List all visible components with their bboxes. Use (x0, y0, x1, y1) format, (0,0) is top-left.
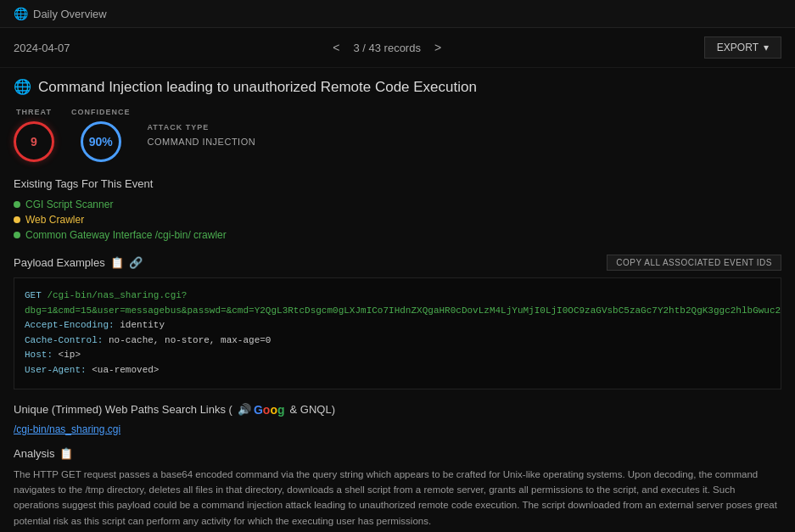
pagination: < 3 / 43 records > (328, 39, 446, 56)
code-block: GET /cgi-bin/nas_sharing.cgi?dbg=1&cmd=1… (14, 277, 781, 389)
tag-dot-yellow (14, 216, 20, 223)
tags-list: CGI Script Scanner Web Crawler Common Ga… (14, 199, 781, 241)
tag-dot-green (14, 201, 20, 208)
nav-title: Daily Overview (33, 8, 107, 20)
tag-dot-green-2 (14, 232, 20, 238)
export-button[interactable]: EXPORT ▾ (704, 36, 781, 59)
copy-all-ids-button[interactable]: COPY ALL ASSOCIATED EVENT IDS (607, 255, 781, 271)
share-icon: 🔗 (129, 256, 143, 269)
analysis-section: Analysis 📋 The HTTP GET request passes a… (14, 447, 781, 529)
threat-metric: THREAT 9 (14, 108, 54, 162)
code-line-4: Host: <ip> (25, 348, 770, 363)
attack-type-value: COMMAND INJECTION (148, 137, 256, 147)
header-bar: 2024-04-07 < 3 / 43 records > EXPORT ▾ (0, 28, 795, 68)
threat-circle: 9 (14, 121, 54, 162)
analysis-copy-icon: 📋 (59, 447, 73, 460)
current-page: 3 / 43 records (353, 42, 421, 54)
shodan-icon: 🔊 (238, 403, 251, 416)
top-nav: 🌐 Daily Overview (0, 0, 795, 28)
code-line-5: User-Agent: <ua-removed> (25, 363, 770, 378)
event-globe-icon: 🌐 (14, 78, 31, 96)
payload-header: Payload Examples 📋 🔗 COPY ALL ASSOCIATED… (14, 255, 781, 271)
search-icons: 🔊 Goog (238, 403, 285, 417)
confidence-circle: 90% (81, 121, 121, 162)
copy-icon: 📋 (110, 256, 124, 269)
event-title: 🌐 Command Injection leading to unauthori… (14, 78, 781, 96)
tags-section-title: Existing Tags For This Event (14, 177, 781, 190)
prev-page-button[interactable]: < (328, 39, 344, 56)
code-line-3: Cache-Control: no-cache, no-store, max-a… (25, 333, 770, 349)
payload-title: Payload Examples 📋 🔗 (14, 256, 143, 269)
analysis-text: The HTTP GET request passes a base64 enc… (14, 467, 781, 529)
date-label: 2024-04-07 (14, 42, 70, 54)
chevron-down-icon: ▾ (764, 42, 769, 53)
next-page-button[interactable]: > (429, 39, 446, 56)
attack-type-metric: ATTACK TYPE COMMAND INJECTION (148, 123, 256, 147)
list-item: Web Crawler (14, 214, 781, 226)
list-item: CGI Script Scanner (14, 199, 781, 210)
globe-icon: 🌐 (14, 7, 28, 20)
metrics-row: THREAT 9 CONFIDENCE 90% ATTACK TYPE COMM… (14, 108, 781, 162)
web-path-link[interactable]: /cgi-bin/nas_sharing.cgi (14, 423, 781, 435)
web-paths-title: Unique (Trimmed) Web Paths Search Links … (14, 403, 781, 417)
web-paths-section: Unique (Trimmed) Web Paths Search Links … (14, 403, 781, 435)
confidence-metric: CONFIDENCE 90% (71, 108, 131, 162)
analysis-title: Analysis 📋 (14, 447, 781, 460)
main-content: 🌐 Command Injection leading to unauthori… (0, 68, 795, 532)
list-item: Common Gateway Interface /cgi-bin/ crawl… (14, 229, 781, 241)
code-line-1: GET /cgi-bin/nas_sharing.cgi?dbg=1&cmd=1… (25, 288, 770, 318)
google-icon: Goog (254, 403, 285, 417)
code-line-2: Accept-Encoding: identity (25, 318, 770, 333)
